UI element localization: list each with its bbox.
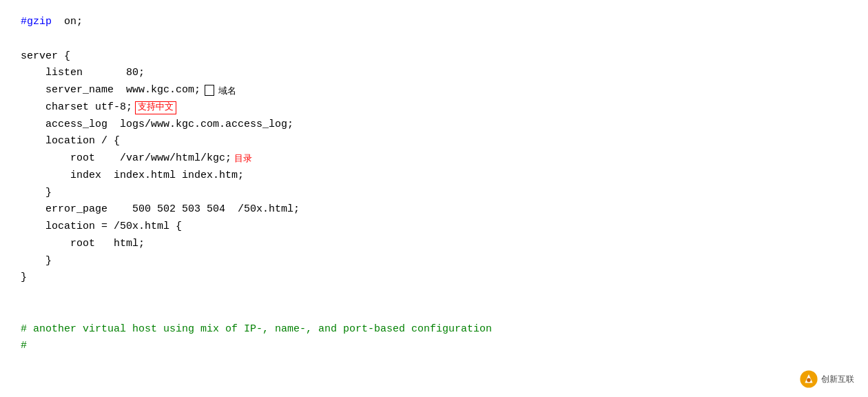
code-line-gzip: #gzip on;: [21, 14, 847, 31]
code-line-server-name: server_name www.kgc.com; 域名: [21, 82, 847, 99]
code-line-root2: root html;: [21, 236, 847, 253]
code-line-location1-open: location / {: [21, 133, 847, 150]
directory-annotation: 目录: [234, 152, 252, 166]
code-line-location2-open: location = /50x.html {: [21, 218, 847, 236]
code-container: #gzip on; server { listen 80; server_nam…: [0, 0, 868, 397]
domain-annotation: 域名: [218, 83, 236, 98]
code-line-location1-close: }: [21, 185, 847, 202]
code-line-server-close: }: [21, 269, 847, 287]
logo-text: 创新互联: [821, 374, 854, 384]
code-line-access-log: access_log logs/www.kgc.com.access_log;: [21, 116, 847, 134]
code-line-root1: root /var/www/html/kgc; 目录: [21, 150, 847, 167]
code-line-index1: index index.html index.htm;: [21, 167, 847, 185]
code-line-comment1: # another virtual host using mix of IP-,…: [21, 321, 847, 338]
logo-icon: [799, 369, 818, 389]
code-line-listen: listen 80;: [21, 65, 847, 82]
domain-box-icon: [205, 85, 214, 96]
code-line-location2-close: }: [21, 253, 847, 270]
logo-area: 创新互联: [799, 369, 854, 389]
code-line-server-open: server {: [21, 48, 847, 65]
blank-line-1: [21, 31, 847, 48]
svg-point-1: [807, 378, 811, 383]
blank-line-3: [21, 304, 847, 321]
blank-line-2: [21, 287, 847, 304]
code-line-error-page: error_page 500 502 503 504 /50x.html;: [21, 201, 847, 218]
code-line-charset: charset utf-8; 支持中文: [21, 99, 847, 116]
charset-annotation: 支持中文: [135, 101, 176, 114]
gzip-keyword: #gzip: [21, 14, 52, 31]
code-line-comment2: #: [21, 338, 847, 355]
